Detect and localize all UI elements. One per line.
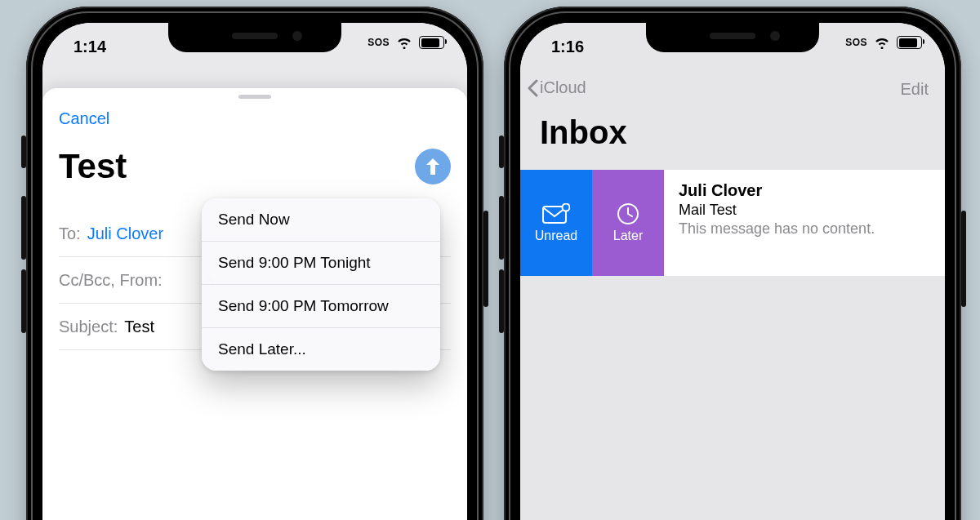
side-button: [483, 211, 488, 307]
screen-right: 1:16 SOS iCloud Edit Inbox: [520, 23, 945, 520]
sheet-grabber[interactable]: [238, 95, 271, 99]
wifi-icon: [874, 36, 890, 49]
swipe-action-unread[interactable]: Unread: [520, 170, 592, 276]
svg-point-2: [618, 204, 638, 224]
status-sos: SOS: [845, 37, 867, 48]
edit-button[interactable]: Edit: [901, 80, 929, 99]
wifi-icon: [396, 36, 412, 49]
send-later-menu: Send Now Send 9:00 PM Tonight Send 9:00 …: [202, 198, 440, 371]
subject-label: Subject:: [59, 318, 118, 336]
menu-send-now[interactable]: Send Now: [202, 198, 440, 242]
compose-title: Test: [59, 147, 127, 186]
phone-frame-left: 1:14 SOS Cancel Test To:: [26, 7, 483, 520]
volume-down-button: [21, 269, 26, 333]
back-button[interactable]: iCloud: [527, 78, 586, 97]
envelope-unread-icon: [541, 202, 571, 225]
swipe-later-label: Later: [613, 229, 643, 243]
swipe-action-later[interactable]: Later: [592, 170, 664, 276]
menu-send-tomorrow[interactable]: Send 9:00 PM Tomorrow: [202, 285, 440, 328]
menu-send-tonight[interactable]: Send 9:00 PM Tonight: [202, 242, 440, 285]
menu-send-later[interactable]: Send Later...: [202, 328, 440, 371]
inbox-title: Inbox: [540, 114, 627, 151]
nav-bar: iCloud Edit: [520, 72, 945, 108]
side-button: [961, 211, 966, 307]
volume-up-button: [21, 196, 26, 260]
mail-list-row[interactable]: Unread Later Juli Clover Mail Test This …: [520, 170, 945, 276]
status-time: 1:16: [551, 38, 584, 56]
arrow-up-icon: [424, 157, 442, 176]
notch: [168, 23, 341, 52]
notch: [646, 23, 819, 52]
clock-icon: [613, 202, 643, 225]
svg-point-1: [563, 204, 570, 211]
svg-rect-0: [543, 207, 566, 223]
volume-up-button: [499, 196, 504, 260]
message-preview-text: This message has no content.: [679, 220, 930, 238]
swipe-unread-label: Unread: [535, 229, 577, 243]
status-time: 1:14: [74, 38, 106, 56]
send-button[interactable]: [415, 149, 451, 184]
message-subject: Mail Test: [679, 202, 930, 219]
switch-silent: [21, 136, 26, 168]
subject-value: Test: [124, 318, 154, 336]
battery-icon: [897, 36, 922, 49]
battery-icon: [419, 36, 444, 49]
ccbcc-label: Cc/Bcc, From:: [59, 271, 163, 290]
switch-silent: [499, 136, 504, 168]
phone-frame-right: 1:16 SOS iCloud Edit Inbox: [504, 7, 961, 520]
cancel-button[interactable]: Cancel: [59, 109, 109, 128]
volume-down-button: [499, 269, 504, 333]
chevron-left-icon: [527, 79, 538, 97]
message-preview[interactable]: Juli Clover Mail Test This message has n…: [664, 170, 945, 276]
back-label: iCloud: [540, 78, 586, 97]
screen-left: 1:14 SOS Cancel Test To:: [42, 23, 467, 520]
to-label: To:: [59, 224, 81, 243]
status-sos: SOS: [368, 37, 390, 48]
message-from: Juli Clover: [679, 181, 930, 200]
mail-background: [520, 23, 945, 520]
to-value: Juli Clover: [87, 224, 163, 243]
